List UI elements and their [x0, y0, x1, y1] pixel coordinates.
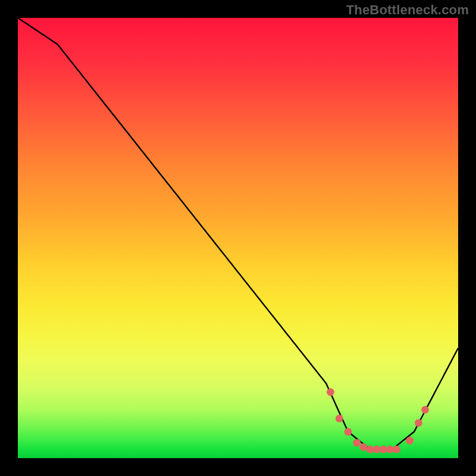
curve-marker	[415, 419, 422, 427]
curve-marker	[345, 428, 352, 436]
curve-svg	[18, 18, 458, 458]
curve-marker	[367, 446, 374, 453]
chart-frame: TheBottleneck.com	[0, 0, 476, 476]
curve-marker	[353, 439, 361, 447]
curve-marker	[336, 415, 343, 422]
curve-marker	[373, 446, 381, 453]
curve-marker	[360, 443, 368, 451]
plot-area	[18, 18, 458, 458]
curve-markers	[327, 389, 429, 453]
curve-marker	[421, 406, 429, 414]
curve-marker	[406, 437, 414, 444]
bottleneck-curve	[18, 18, 458, 449]
curve-marker	[386, 446, 394, 453]
attribution-text: TheBottleneck.com	[346, 2, 469, 18]
curve-marker	[327, 389, 334, 396]
curve-marker	[393, 446, 400, 453]
curve-marker	[380, 446, 387, 453]
